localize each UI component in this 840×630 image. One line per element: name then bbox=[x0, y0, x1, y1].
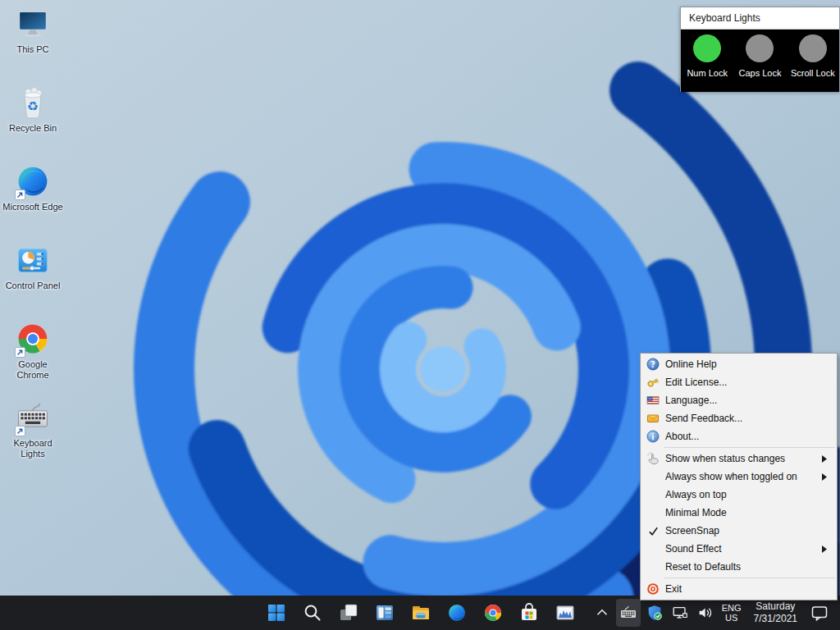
task-view-button[interactable] bbox=[331, 596, 367, 630]
tray-context-menu: ? Online Help Edit License... Language..… bbox=[640, 353, 838, 600]
scroll-lock-label: Scroll Lock bbox=[791, 68, 835, 78]
recycle-bin-icon: ♻ bbox=[15, 85, 51, 121]
menu-item-language[interactable]: Language... bbox=[641, 391, 837, 409]
desktop-icon-keyboard-lights[interactable]: Keyboard Lights bbox=[2, 400, 64, 479]
file-explorer-button[interactable] bbox=[403, 596, 439, 630]
tray-volume-icon[interactable] bbox=[694, 599, 717, 627]
num-lock-label: Num Lock bbox=[687, 68, 728, 78]
keyboard-icon bbox=[15, 400, 51, 436]
help-icon: ? bbox=[641, 358, 665, 371]
submenu-arrow-icon bbox=[822, 473, 837, 481]
desktop-icon-control-panel[interactable]: Control Panel bbox=[2, 243, 64, 322]
keyboard-lights-body: Num Lock Caps Lock Scroll Lock bbox=[681, 30, 839, 92]
tray-overflow-chevron[interactable] bbox=[591, 599, 614, 627]
menu-item-show-when-status-changes[interactable]: Show when status changes bbox=[641, 450, 837, 468]
exit-icon bbox=[641, 582, 665, 596]
envelope-icon bbox=[641, 412, 665, 425]
desktop-icon-recycle-bin[interactable]: ♻ Recycle Bin bbox=[2, 85, 64, 164]
desktop-icon-label: Google Chrome bbox=[2, 359, 63, 381]
tray-language-indicator[interactable]: ENG US bbox=[719, 599, 744, 627]
checkmark-icon bbox=[641, 526, 665, 536]
caps-lock-light-icon bbox=[746, 34, 774, 62]
search-button[interactable] bbox=[294, 596, 331, 630]
notification-center-button[interactable] bbox=[807, 599, 832, 627]
desktop-icon-microsoft-edge[interactable]: Microsoft Edge bbox=[2, 164, 64, 243]
edge-button[interactable] bbox=[439, 596, 475, 630]
widgets-button[interactable] bbox=[367, 596, 403, 630]
menu-item-sound-effect[interactable]: Sound Effect bbox=[641, 540, 837, 558]
menu-item-online-help[interactable]: ? Online Help bbox=[641, 355, 837, 373]
chrome-button[interactable] bbox=[475, 596, 511, 630]
caps-lock-indicator: Caps Lock bbox=[733, 30, 786, 92]
scroll-lock-indicator: Scroll Lock bbox=[787, 30, 839, 92]
chrome-icon bbox=[483, 603, 503, 623]
edge-icon bbox=[447, 603, 467, 623]
search-icon bbox=[303, 603, 322, 623]
microsoft-store-button[interactable] bbox=[511, 596, 547, 630]
network-icon bbox=[671, 604, 689, 622]
tray-clock[interactable]: Saturday 7/31/2021 bbox=[746, 599, 805, 627]
windows-security-shield-icon bbox=[646, 604, 664, 622]
menu-separator bbox=[664, 578, 835, 578]
desktop-icon-label: Keyboard Lights bbox=[2, 438, 63, 459]
info-icon bbox=[641, 430, 665, 443]
task-view-icon bbox=[339, 603, 358, 623]
scroll-lock-light-icon bbox=[799, 34, 827, 62]
menu-item-exit[interactable]: Exit bbox=[641, 580, 837, 598]
clock-day: Saturday bbox=[754, 600, 797, 613]
edge-icon bbox=[15, 164, 51, 200]
windows-logo-icon bbox=[267, 603, 286, 623]
desktop-icon-label: Recycle Bin bbox=[9, 123, 57, 134]
start-button[interactable] bbox=[258, 596, 294, 630]
taskbar-center-buttons bbox=[258, 596, 583, 630]
microsoft-store-icon bbox=[519, 603, 539, 623]
desktop-icon-label: This PC bbox=[16, 44, 48, 55]
desktop-icon-google-chrome[interactable]: Google Chrome bbox=[2, 322, 64, 400]
speaker-icon bbox=[696, 604, 714, 622]
menu-item-minimal-mode[interactable]: Minimal Mode bbox=[641, 504, 837, 522]
shortcut-arrow-icon bbox=[15, 426, 25, 436]
chrome-icon bbox=[15, 322, 51, 358]
caps-lock-label: Caps Lock bbox=[739, 68, 782, 78]
language-line2: US bbox=[722, 613, 742, 623]
keyboard-icon bbox=[619, 603, 638, 623]
hand-pointer-icon bbox=[641, 452, 665, 465]
flag-icon bbox=[641, 394, 665, 407]
widgets-icon bbox=[375, 603, 395, 623]
num-lock-indicator: Num Lock bbox=[681, 30, 733, 92]
this-pc-icon bbox=[15, 7, 51, 43]
notification-bubble-icon bbox=[810, 603, 829, 623]
chevron-up-icon bbox=[593, 604, 611, 622]
tray-keyboard-lights-icon[interactable] bbox=[616, 599, 641, 627]
menu-item-always-on-top[interactable]: Always on top bbox=[641, 486, 837, 504]
key-icon bbox=[641, 376, 665, 389]
keyboard-lights-window: Keyboard Lights Num Lock Caps Lock Scrol… bbox=[680, 7, 840, 92]
keyboard-lights-titlebar[interactable]: Keyboard Lights bbox=[681, 7, 839, 30]
file-explorer-icon bbox=[411, 603, 431, 623]
shortcut-arrow-icon bbox=[15, 189, 25, 200]
num-lock-light-icon bbox=[693, 34, 721, 62]
menu-item-always-show-when-toggled-on[interactable]: Always show when toggled on bbox=[641, 468, 837, 486]
tray-security-icon[interactable] bbox=[643, 599, 666, 627]
language-line1: ENG bbox=[722, 603, 742, 613]
desktop-icon-label: Control Panel bbox=[6, 281, 61, 291]
submenu-arrow-icon bbox=[822, 546, 837, 553]
clock-date: 7/31/2021 bbox=[754, 613, 797, 625]
taskbar: ENG US Saturday 7/31/2021 bbox=[0, 596, 840, 630]
menu-item-about[interactable]: About... bbox=[641, 427, 837, 445]
svg-text:?: ? bbox=[651, 360, 655, 369]
menu-item-screensnap[interactable]: ScreenSnap bbox=[641, 522, 837, 540]
shortcut-arrow-icon bbox=[15, 347, 25, 358]
desktop-icon-column: This PC ♻ Recycle Bin Microsoft Edge bbox=[2, 7, 64, 479]
menu-item-edit-license[interactable]: Edit License... bbox=[641, 373, 837, 391]
submenu-arrow-icon bbox=[822, 455, 837, 463]
menu-separator bbox=[664, 447, 835, 448]
taskbar-tray: ENG US Saturday 7/31/2021 bbox=[591, 596, 840, 630]
tray-network-icon[interactable] bbox=[669, 599, 692, 627]
keyboard-lights-title: Keyboard Lights bbox=[689, 12, 760, 24]
desktop-icon-label: Microsoft Edge bbox=[2, 202, 62, 212]
task-manager-button[interactable] bbox=[547, 596, 583, 630]
menu-item-send-feedback[interactable]: Send Feedback... bbox=[641, 409, 837, 427]
menu-item-reset-to-defaults[interactable]: Reset to Defaults bbox=[641, 558, 837, 576]
desktop-icon-this-pc[interactable]: This PC bbox=[2, 7, 64, 85]
